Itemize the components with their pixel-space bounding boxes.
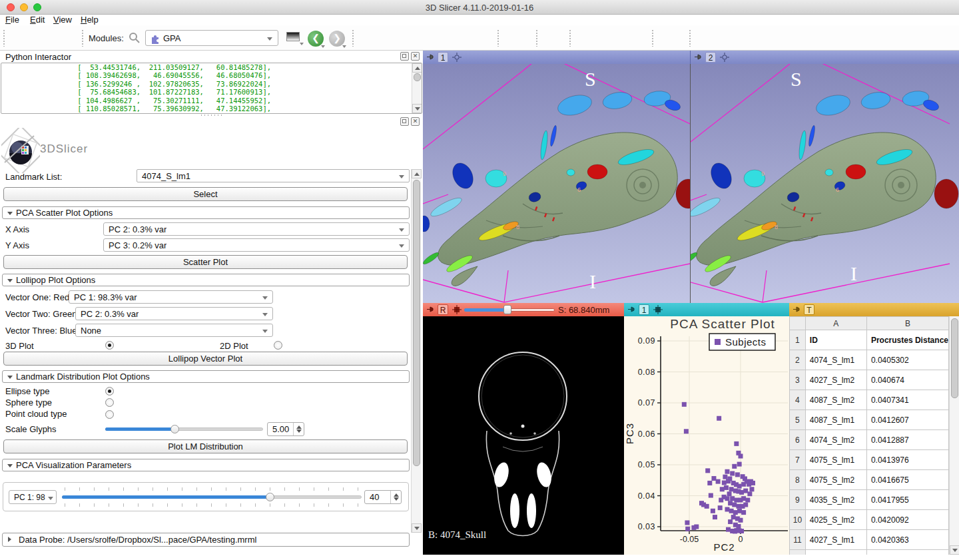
scale-glyphs-spinbox[interactable]: 5.00 bbox=[267, 422, 304, 436]
plot-view[interactable]: 1 0.030.040.050.060.070.080.09-0.050PC2P… bbox=[624, 303, 789, 555]
landmark-list-combobox[interactable]: 4074_S_lm1 bbox=[137, 169, 410, 182]
scatter-plot-button[interactable]: Scatter Plot bbox=[3, 255, 408, 269]
plot-view-tab[interactable]: 1 bbox=[639, 304, 649, 315]
sphere-type-radio[interactable] bbox=[105, 398, 114, 407]
lm-distribution-options-header[interactable]: Landmark Distribution Plot Options bbox=[2, 370, 410, 383]
table-view-tab[interactable]: T bbox=[804, 304, 814, 315]
pin-icon[interactable] bbox=[628, 306, 636, 312]
table-cell[interactable]: 0.0407341 bbox=[866, 390, 948, 410]
toolbar-drag-handle[interactable] bbox=[352, 29, 354, 47]
module-search-icon[interactable] bbox=[129, 32, 141, 44]
view3d-2-tab[interactable]: 2 bbox=[705, 52, 716, 63]
toolbar-drag-handle[interactable] bbox=[535, 29, 538, 47]
table-cell[interactable]: 4035_S_lm2 bbox=[805, 490, 866, 510]
table-cell[interactable]: 0.0412607 bbox=[866, 410, 948, 430]
pin-icon[interactable] bbox=[427, 306, 435, 312]
redo-forward-button[interactable]: ❯ bbox=[329, 31, 345, 47]
view3d-1[interactable]: 1 968 S I bbox=[423, 51, 691, 303]
plot-2d-radio[interactable] bbox=[274, 341, 282, 350]
y-axis-combobox[interactable]: PC 3: 0.2% var bbox=[103, 238, 410, 252]
table-scrollbar[interactable] bbox=[949, 316, 959, 555]
lollipop-options-header[interactable]: Lollipop Plot Options bbox=[2, 274, 410, 286]
module-panel-float-button[interactable] bbox=[400, 117, 409, 126]
panel-splitter-handle[interactable] bbox=[200, 114, 222, 117]
table-cell[interactable]: 4075_S_lm1 bbox=[805, 450, 866, 470]
forward-history-dropdown-arrow[interactable] bbox=[342, 45, 346, 48]
window-level-tool-button[interactable] bbox=[286, 32, 300, 41]
slice-offset-handle[interactable] bbox=[503, 305, 511, 314]
red-slice-tab[interactable]: R bbox=[438, 304, 448, 315]
module-selector-combobox[interactable]: GPA bbox=[145, 30, 278, 46]
table-cell[interactable]: 4025_S_lm2 bbox=[805, 510, 866, 530]
table-cell[interactable]: 4149_S_lm2 bbox=[805, 550, 866, 555]
module-panel-close-button[interactable]: ✕ bbox=[411, 117, 420, 126]
pin-icon[interactable] bbox=[793, 306, 801, 312]
table-cell[interactable]: Procrustes Distance bbox=[866, 330, 948, 350]
python-console[interactable]: [ 53.44531746, 211.03509127, 60.81485278… bbox=[1, 63, 422, 114]
lollipop-vector-plot-button[interactable]: Lollipop Vector Plot bbox=[3, 352, 408, 366]
scale-glyphs-slider-handle[interactable] bbox=[170, 425, 179, 433]
toolbar-drag-handle[interactable] bbox=[497, 29, 499, 47]
table-cell[interactable]: 4087_S_lm2 bbox=[805, 390, 866, 410]
table-cell[interactable]: 4027_S_lm1 bbox=[805, 530, 866, 550]
view-controller-icon[interactable] bbox=[720, 53, 729, 62]
back-history-dropdown-arrow[interactable] bbox=[321, 45, 325, 48]
data-probe-header[interactable]: Data Probe: /Users/srolfe/Dropbox/Sl...p… bbox=[2, 533, 410, 547]
menu-help[interactable]: Help bbox=[81, 15, 99, 25]
python-console-scrollbar[interactable] bbox=[412, 63, 422, 113]
table-cell[interactable]: 4075_S_lm2 bbox=[805, 470, 866, 490]
red-slice-view[interactable]: R S: 68.840mm B: 4074_Skull bbox=[423, 303, 624, 555]
ellipse-type-radio[interactable] bbox=[105, 387, 114, 396]
module-panel-scrollbar[interactable] bbox=[411, 169, 421, 533]
pca-visualization-header[interactable]: PCA Visualization Parameters bbox=[2, 459, 410, 471]
vector-two-combobox[interactable]: PC 2: 0.3% var bbox=[75, 307, 273, 320]
vector-one-combobox[interactable]: PC 1: 98.3% var bbox=[69, 290, 273, 304]
undo-back-button[interactable]: ❮ bbox=[308, 31, 324, 47]
table-cell[interactable]: 0.0413976 bbox=[866, 450, 948, 470]
plot-3d-radio[interactable] bbox=[105, 341, 114, 350]
table-cell[interactable]: 0.0420092 bbox=[866, 510, 948, 530]
table-cell[interactable]: 4074_S_lm1 bbox=[805, 350, 866, 370]
python-panel-float-button[interactable] bbox=[400, 52, 409, 61]
menu-file[interactable]: File bbox=[5, 15, 19, 25]
table-cell[interactable]: 0.040674 bbox=[866, 370, 948, 390]
toolbar-drag-handle[interactable] bbox=[81, 29, 84, 47]
table-cell[interactable]: 4087_S_lm1 bbox=[805, 410, 866, 430]
table-cell[interactable]: 4074_S_lm2 bbox=[805, 430, 866, 450]
pca-slider-handle[interactable] bbox=[266, 493, 274, 501]
view3d-2-canvas[interactable]: 968 bbox=[691, 64, 959, 303]
view3d-1-tab[interactable]: 1 bbox=[438, 52, 448, 63]
table-cell[interactable]: ID bbox=[805, 330, 866, 350]
red-slice-canvas[interactable] bbox=[423, 316, 624, 555]
toolbar-drag-handle[interactable] bbox=[3, 29, 5, 47]
table-cell[interactable]: 0.0420363 bbox=[866, 530, 948, 550]
view3d-1-canvas[interactable]: 968 bbox=[423, 64, 691, 303]
point-cloud-type-radio[interactable] bbox=[105, 410, 114, 419]
plot-lm-distribution-button[interactable]: Plot LM Distribution bbox=[3, 439, 408, 453]
plot-controller-icon[interactable] bbox=[653, 305, 663, 314]
pca-spinbox[interactable]: 40 bbox=[364, 490, 402, 504]
slice-controller-icon[interactable] bbox=[452, 305, 462, 314]
x-axis-combobox[interactable]: PC 2: 0.3% var bbox=[103, 222, 410, 236]
pca-scatter-chart[interactable]: 0.030.040.050.060.070.080.09-0.050PC2PC3… bbox=[624, 316, 789, 555]
pin-icon[interactable] bbox=[427, 54, 435, 60]
python-panel-close-button[interactable]: ✕ bbox=[411, 52, 420, 61]
pc-selector-combobox[interactable]: PC 1: 98 bbox=[9, 490, 57, 504]
spreadsheet[interactable]: AB1IDProcrustes Distance24074_S_lm10.040… bbox=[789, 316, 949, 555]
view-controller-icon[interactable] bbox=[452, 53, 462, 62]
vector-three-combobox[interactable]: None bbox=[75, 324, 273, 337]
window-level-dropdown-arrow[interactable] bbox=[300, 43, 304, 45]
menu-edit[interactable]: Edit bbox=[30, 15, 45, 25]
table-cell[interactable]: 0.0412887 bbox=[866, 430, 948, 450]
select-button[interactable]: Select bbox=[3, 187, 408, 201]
view3d-2[interactable]: 2 968 S I bbox=[691, 51, 959, 303]
toolbar-drag-handle[interactable] bbox=[689, 29, 691, 47]
toolbar-drag-handle[interactable] bbox=[651, 29, 654, 47]
table-cell[interactable]: 0.0405302 bbox=[866, 350, 948, 370]
table-cell[interactable]: 0.0417955 bbox=[866, 490, 948, 510]
table-cell[interactable]: 0.0416675 bbox=[866, 470, 948, 490]
pin-icon[interactable] bbox=[695, 54, 703, 60]
table-view[interactable]: T AB1IDProcrustes Distance24074_S_lm10.0… bbox=[789, 303, 959, 555]
table-cell[interactable]: 4027_S_lm2 bbox=[805, 370, 866, 390]
menu-view[interactable]: View bbox=[53, 15, 72, 25]
